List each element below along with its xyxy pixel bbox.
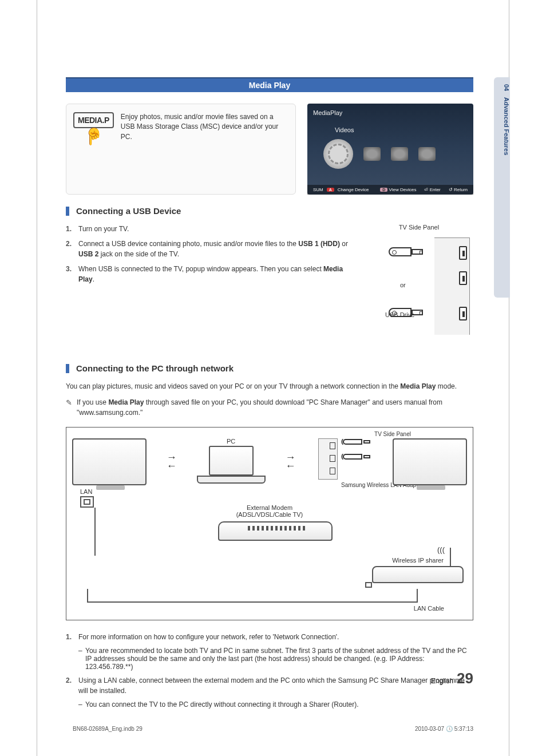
step-number: 2. [66, 239, 78, 259]
intro-text: Enjoy photos, music and/or movie files s… [121, 112, 288, 142]
sub-item: – You are recommended to locate both TV … [78, 647, 473, 671]
router-icon [372, 566, 464, 583]
chapter-tab: 04 Advanced Features [494, 77, 510, 298]
step-text: Connect a USB device containing photo, m… [78, 239, 353, 259]
tv-preview-category: Videos [335, 126, 468, 133]
step-number: 1. [66, 224, 78, 234]
usb-port-icon [459, 307, 467, 320]
video-reel-icon [323, 139, 353, 169]
tv-icon [393, 438, 467, 485]
intro-card: MEDIA.P ☝ Enjoy photos, music and/or mov… [66, 104, 296, 195]
thumb-icon [363, 147, 381, 161]
pc-intro-text: You can play pictures, music and videos … [66, 381, 473, 391]
return-label: Return [454, 187, 468, 192]
tv-footer-bar: SUM A Change Device D View Devices ⏎ Ent… [307, 185, 473, 195]
intro-row: MEDIA.P ☝ Enjoy photos, music and/or mov… [66, 104, 473, 195]
sub-text: You can connect the TV to the PC directl… [85, 700, 359, 708]
modem-sublabel: (ADSL/VDSL/Cable TV) [218, 511, 321, 518]
note-icon: ✎ [66, 397, 72, 418]
doc-timestamp: 2010-03-07 🕔 5:37:13 [415, 726, 473, 732]
note-row: ✎ If you use Media Play through saved fi… [66, 397, 473, 418]
doc-footer: BN68-02689A_Eng.indb 29 2010-03-07 🕔 5:3… [73, 726, 473, 732]
page-number: 29 [457, 670, 473, 687]
arrows-icon: →← [285, 454, 295, 469]
modem-label: External Modem [218, 504, 321, 511]
step-number: 1. [66, 632, 78, 642]
d-button-icon: D [380, 188, 387, 192]
dash-icon: – [78, 700, 85, 708]
arrows-icon: →← [167, 454, 177, 469]
sub-item: – You can connect the TV to the PC direc… [78, 700, 473, 708]
thumb-icon [391, 147, 408, 161]
usb-section-title: Connecting a USB Device [76, 206, 181, 216]
list-item: 2. Connect a USB device containing photo… [66, 239, 353, 259]
sum-label: SUM [313, 187, 323, 192]
area: Wireless IP sharer [372, 557, 464, 583]
tv-icon-row [313, 139, 468, 169]
lan-label: LAN [80, 488, 467, 495]
step-text: For more information on how to configure… [78, 632, 473, 642]
usb-section: 1. Turn on your TV. 2. Connect a USB dev… [66, 224, 473, 335]
mini-panel-icon [318, 438, 338, 480]
tv-side-panel-label: TV Side Panel [365, 224, 473, 231]
tv-preview-title: MediaPlay [313, 109, 468, 116]
plug-icon [365, 582, 372, 588]
usb-port-icon [459, 271, 467, 285]
media-button-illustration: MEDIA.P ☝ [73, 112, 114, 146]
usb-drive-label: USB Drive [385, 311, 414, 318]
cable-icon [94, 508, 96, 556]
pointing-hand-icon: ☝ [84, 127, 104, 146]
page-header: Media Play [66, 77, 473, 92]
step-number: 3. [66, 264, 78, 284]
or-label: or [400, 282, 406, 288]
antenna-icon [450, 548, 451, 567]
usb-steps: 1. Turn on your TV. 2. Connect a USB dev… [66, 224, 353, 335]
diagram-top-row: →← PC →← [72, 438, 467, 486]
tv-right-group [393, 438, 467, 485]
lan-cable-label: LAN Cable [72, 605, 444, 612]
section-bar-icon [66, 364, 69, 373]
doc-id: BN68-02689A_Eng.indb 29 [73, 726, 143, 732]
sub-text: You are recommended to locate both TV an… [85, 647, 473, 671]
tv-panel-illustration: or USB Drive [434, 238, 470, 335]
step-text: When USB is connected to the TV, popup w… [78, 264, 353, 284]
section-bar-icon [66, 207, 69, 216]
page-content: 04 Advanced Features Media Play MEDIA.P … [37, 0, 509, 756]
tv-left-group [72, 438, 147, 485]
laptop-icon [197, 446, 266, 486]
change-device-label: Change Device [338, 187, 369, 192]
enter-label: Enter [430, 187, 441, 192]
tv-icon [72, 438, 147, 485]
dash-icon: – [78, 647, 85, 671]
step-text: Turn on your TV. [78, 224, 353, 234]
list-item: 1. For more information on how to config… [66, 632, 473, 642]
tv-preview: MediaPlay Videos SUM A Change Device D V… [307, 104, 473, 195]
pc-steps: 1. For more information on how to config… [66, 632, 473, 708]
usb-diagram: TV Side Panel or USB Drive [365, 224, 473, 335]
page-footer: English 29 [431, 670, 473, 687]
list-item: 3. When USB is connected to the TV, popu… [66, 264, 353, 284]
network-diagram: TV Side Panel ((( or ((( [66, 427, 473, 620]
step-text: Using a LAN cable, connect between the e… [78, 675, 473, 696]
usb-drive-icon [389, 247, 429, 256]
lan-port-icon [80, 496, 94, 508]
tv-side-panel-label: TV Side Panel [318, 431, 467, 437]
view-devices-label: View Devices [389, 187, 417, 192]
media-button-label: MEDIA.P [73, 112, 114, 128]
note-text: If you use Media Play through saved file… [77, 397, 473, 418]
list-item: 1. Turn on your TV. [66, 224, 353, 234]
thumb-icon [418, 147, 436, 161]
pc-label: PC [197, 438, 266, 445]
pc-section-title: Connecting to the PC through network [76, 363, 234, 373]
usb-port-icon [459, 246, 467, 260]
lan-cable-icon [87, 589, 418, 603]
laptop-group: PC [197, 438, 266, 486]
list-item: 2. Using a LAN cable, connect between th… [66, 675, 473, 696]
a-button-icon: A [327, 188, 334, 192]
modem-icon [218, 521, 333, 541]
modem-area: External Modem (ADSL/VDSL/Cable TV) [218, 504, 321, 541]
usb-section-title-row: Connecting a USB Device [66, 206, 473, 216]
pc-section-title-row: Connecting to the PC through network [66, 363, 473, 373]
step-number: 2. [66, 675, 78, 696]
lang-label: English [431, 677, 453, 685]
